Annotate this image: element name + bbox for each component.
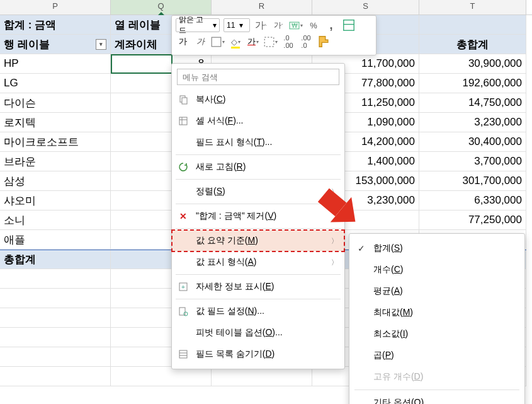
- svg-point-14: [184, 312, 188, 316]
- menu-search[interactable]: [177, 69, 339, 85]
- refresh-icon: [177, 161, 190, 173]
- summarize-submenu: ✓합계(S) 개수(C) 평균(A) 최대값(M) 최소값(I) 곱(P) 고유…: [349, 233, 525, 404]
- row-label[interactable]: HP: [0, 54, 111, 73]
- decrease-decimal-icon[interactable]: .00.0: [299, 35, 313, 49]
- row-label[interactable]: 마이크로소프트: [0, 132, 111, 151]
- percent-icon[interactable]: %: [307, 18, 320, 32]
- remove-icon: ✕: [177, 210, 190, 222]
- svg-rect-13: [179, 308, 185, 315]
- increase-font-icon[interactable]: 가^: [254, 18, 268, 32]
- svg-rect-4: [212, 37, 221, 47]
- row-labels-header: 행 레이블 ▾: [0, 35, 111, 54]
- fill-color-icon[interactable]: ◇: [229, 35, 242, 49]
- sum-of-amount-label: 합계 : 금액: [0, 15, 111, 34]
- svg-text:₩: ₩: [291, 21, 298, 28]
- sub-more-options[interactable]: 기타 옵션(O)...: [349, 392, 524, 404]
- menu-search-input[interactable]: [177, 69, 339, 85]
- col-S[interactable]: S: [312, 0, 419, 14]
- cell[interactable]: 6,330,000: [419, 191, 526, 210]
- check-icon: ✓: [356, 243, 367, 253]
- svg-text:+: +: [181, 284, 185, 291]
- row-filter-button[interactable]: ▾: [96, 39, 106, 50]
- menu-sort[interactable]: 정렬(S) 〉: [172, 181, 344, 202]
- copy-icon: [177, 93, 190, 106]
- column-headers: P Q R S T: [0, 0, 532, 15]
- mini-toolbar: 맑은 고드 ▾ 11 ▾ 가^ 가ˇ ₩ % , 가 가 ◇ 가 .0.00 .…: [171, 15, 376, 55]
- svg-rect-7: [182, 98, 187, 104]
- context-menu: 복사(C) 셀 서식(F)... 필드 표시 형식(T)... 새로 고침(R)…: [171, 63, 345, 369]
- menu-format-cells[interactable]: 셀 서식(F)...: [172, 110, 344, 132]
- cell[interactable]: 30,900,000: [419, 54, 526, 73]
- grand-total-col-header: 총합계: [419, 35, 526, 54]
- menu-show-values-as[interactable]: 값 표시 형식(A) 〉: [172, 251, 344, 273]
- cell[interactable]: 301,700,000: [419, 171, 526, 190]
- sub-count[interactable]: 개수(C): [349, 259, 524, 280]
- grand-total-label: 총합계: [0, 250, 111, 268]
- svg-rect-5: [264, 37, 274, 47]
- cell[interactable]: 30,400,000: [419, 132, 526, 151]
- menu-refresh[interactable]: 새로 고침(R): [172, 156, 344, 178]
- row-label[interactable]: 소니: [0, 211, 111, 229]
- menu-copy[interactable]: 복사(C): [172, 89, 344, 110]
- format-painter-icon[interactable]: [317, 35, 331, 49]
- cell[interactable]: 14,750,000: [419, 93, 526, 112]
- menu-summarize-values-by[interactable]: 값 요약 기준(M) 〉: [172, 230, 344, 251]
- row-label[interactable]: 브라운: [0, 152, 111, 171]
- col-T[interactable]: T: [419, 0, 526, 14]
- border-icon[interactable]: [211, 35, 225, 49]
- col-Q[interactable]: Q: [111, 0, 212, 14]
- borders-menu-icon[interactable]: [264, 35, 278, 49]
- row-label[interactable]: 삼성: [0, 171, 111, 190]
- format-cells-icon: [177, 115, 190, 127]
- format-cells-icon[interactable]: [342, 18, 356, 32]
- menu-field-number-format[interactable]: 필드 표시 형식(T)...: [172, 132, 344, 153]
- increase-decimal-icon[interactable]: .0.00: [281, 35, 295, 49]
- row-label[interactable]: LG: [0, 74, 111, 93]
- chevron-right-icon: 〉: [331, 258, 338, 267]
- menu-pivot-table-options[interactable]: 피벗 테이블 옵션(O)...: [172, 322, 344, 343]
- font-picker[interactable]: 맑은 고드 ▾: [176, 18, 220, 32]
- svg-rect-8: [179, 117, 187, 125]
- row-label[interactable]: 샤오미: [0, 191, 111, 210]
- italic-icon[interactable]: 가: [193, 35, 207, 49]
- col-R[interactable]: R: [212, 0, 312, 14]
- col-P[interactable]: P: [0, 0, 111, 14]
- cell[interactable]: 3,700,000: [419, 152, 526, 171]
- row-label[interactable]: 애플: [0, 230, 111, 249]
- comma-icon[interactable]: ,: [324, 18, 338, 32]
- sub-min[interactable]: 최소값(I): [349, 323, 524, 345]
- settings-icon: [177, 305, 190, 318]
- svg-rect-15: [179, 350, 187, 358]
- menu-value-field-settings[interactable]: 값 필드 설정(N)...: [172, 301, 344, 322]
- row-label[interactable]: 로지텍: [0, 113, 111, 132]
- decrease-font-icon[interactable]: 가ˇ: [271, 18, 285, 32]
- font-size[interactable]: 11 ▾: [224, 18, 250, 32]
- detail-icon: +: [177, 280, 190, 293]
- sub-product[interactable]: 곱(P): [349, 345, 524, 366]
- menu-hide-field-list[interactable]: 필드 목록 숨기기(D): [172, 343, 344, 365]
- sub-average[interactable]: 평균(A): [349, 280, 524, 302]
- field-list-icon: [177, 348, 190, 361]
- cell[interactable]: 77,250,000: [419, 211, 526, 229]
- chevron-right-icon: 〉: [331, 236, 338, 246]
- accounting-format-icon[interactable]: ₩: [289, 18, 303, 32]
- sub-sum[interactable]: ✓합계(S): [349, 238, 524, 259]
- svg-rect-2: [344, 20, 354, 31]
- row-label[interactable]: 다이슨: [0, 93, 111, 112]
- sub-distinct-count: 고유 개수(D): [349, 366, 524, 388]
- cell[interactable]: 3,230,000: [419, 113, 526, 132]
- sub-max[interactable]: 최대값(M): [349, 302, 524, 323]
- font-color-icon[interactable]: 가: [246, 35, 260, 49]
- cell[interactable]: 192,600,000: [419, 74, 526, 93]
- bold-icon[interactable]: 가: [176, 35, 190, 49]
- menu-show-details[interactable]: + 자세한 정보 표시(E): [172, 276, 344, 297]
